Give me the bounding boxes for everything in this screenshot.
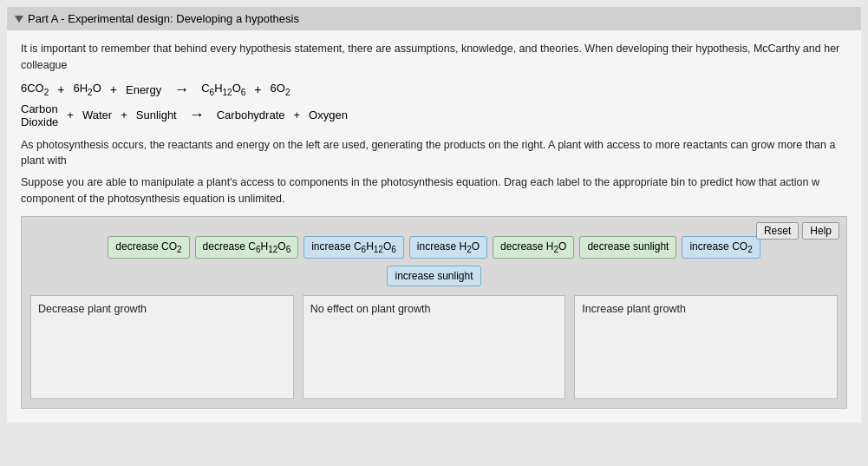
bin-no-effect-title: No effect on plant growth [310,303,558,315]
co2-term: 6CO2 [21,82,49,97]
arrow2: → [189,106,205,124]
water-term: Water [82,108,112,121]
label-increase-co2[interactable]: increase CO2 [682,236,760,259]
label-decrease-sunlight[interactable]: decrease sunlight [579,236,676,259]
content-area: It is important to remember that behind … [7,30,861,423]
label-decrease-c6h12o6[interactable]: decrease C6H12O6 [195,236,299,259]
labels-row: decrease CO2 decrease C6H12O6 increase C… [30,236,838,259]
h2o-term: 6H2O [73,82,101,97]
label-increase-c6h12o6[interactable]: increase C6H12O6 [303,236,404,259]
carbon-dioxide-term: CarbonDioxide [21,102,58,128]
glucose-term: C6H12O6 [201,82,245,97]
suppose-text: Suppose you are able to manipulate a pla… [21,174,847,207]
bin-increase-title: Increase plant growth [582,303,830,315]
bin-decrease-growth[interactable]: Decrease plant growth [30,295,294,399]
arrow1: → [173,81,189,99]
label-increase-sunlight[interactable]: increase sunlight [387,266,480,286]
help-button[interactable]: Help [802,222,839,240]
word-equation-row: CarbonDioxide + Water + Sunlight → Carbo… [21,102,847,128]
bin-increase-growth[interactable]: Increase plant growth [574,295,838,399]
label-increase-h2o[interactable]: increase H2O [409,236,487,259]
reset-button[interactable]: Reset [756,222,799,240]
chemical-equation-row: 6CO2 + 6H2O + Energy → C6H12O6 + 6O2 [21,81,847,99]
energy-term: Energy [126,83,161,96]
label-decrease-co2[interactable]: decrease CO2 [108,236,189,259]
labels-row-2: increase sunlight [30,266,838,286]
label-decrease-h2o[interactable]: decrease H2O [493,236,574,259]
bin-decrease-title: Decrease plant growth [38,303,286,315]
bins-row: Decrease plant growth No effect on plant… [30,295,838,399]
drag-area: Reset Help decrease CO2 decrease C6H12O6… [21,216,847,409]
intro-text: It is important to remember that behind … [21,41,847,74]
o2-term: 6O2 [271,82,290,97]
oxygen-term: Oxygen [309,108,348,121]
section-title: Part A - Experimental design: Developing… [28,12,299,25]
collapse-icon[interactable] [15,16,23,23]
carbohydrate-term: Carbohydrate [217,108,285,121]
sunlight-term: Sunlight [136,108,177,121]
outer-container: Part A - Experimental design: Developing… [0,0,868,430]
bin-no-effect[interactable]: No effect on plant growth [303,295,566,399]
photosynthesis-text: As photosynthesis occurs, the reactants … [21,137,847,170]
section-header: Part A - Experimental design: Developing… [7,7,861,30]
top-buttons: Reset Help [756,222,839,240]
